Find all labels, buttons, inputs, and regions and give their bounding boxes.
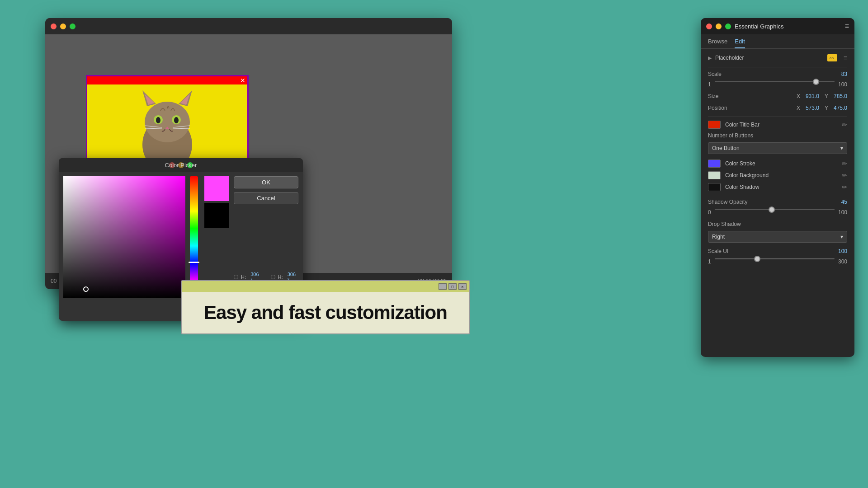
eg-shadow-opacity-section: Shadow Opacity 45 0 100 [708,199,847,216]
eg-scale-ui-row: Scale UI 100 [708,248,847,254]
eg-placeholder-icon: ab [827,54,837,61]
eg-scale-max: 100 [838,81,847,88]
eg-placeholder-label: Placeholder [715,55,824,61]
eg-shadow-opacity-max: 100 [838,209,847,216]
overlay-text: Easy and fast customization [204,302,447,324]
eg-color-stroke-edit[interactable]: ✏ [842,160,847,167]
eg-shadow-opacity-thumb [769,206,775,213]
eg-color-title-bar-swatch [708,121,721,129]
eg-size-label: Size [708,93,718,99]
minimize-traffic-light[interactable] [60,23,66,29]
frame-info: 00 [51,278,57,284]
eg-scale-ui-slider[interactable] [715,258,835,259]
eg-color-bg-row: Color Background ✏ [708,171,847,179]
cp-ok-button[interactable]: OK [234,176,298,188]
eg-drop-shadow-value: Right [712,234,725,240]
eg-body: ▶ Placeholder ab ≡ Scale 83 1 100 [701,49,854,352]
eg-scale-slider[interactable] [715,81,835,82]
eg-scale-ui-max: 300 [838,258,847,265]
cp-h1-label: H: [241,274,247,280]
cp-titlebar: Color Picker [59,158,303,172]
eg-menu-icon[interactable]: ≡ [845,22,849,30]
eg-color-bg-label: Color Background [725,172,837,178]
cp-preview-new [204,176,229,201]
eg-pos-x-value: 573.0 [806,105,819,111]
eg-shadow-opacity-min: 0 [708,209,711,216]
eg-close-light[interactable] [706,23,712,29]
eg-min-light[interactable] [716,23,722,29]
eg-pos-x-label: X [797,105,800,111]
maximize-traffic-light[interactable] [70,23,75,29]
eg-num-buttons-section: Number of Buttons One Button ▾ [708,132,847,154]
eg-tabs: Browse Edit [701,34,854,49]
eg-scale-ui-value: 100 [838,248,847,254]
eg-color-title-bar-edit[interactable]: ✏ [842,121,847,128]
svg-text:ab: ab [830,56,834,60]
eg-scale-label: Scale [708,71,722,77]
cp-gradient-cursor [83,286,89,292]
eg-drop-shadow-chevron: ▾ [840,234,843,240]
eg-color-shadow-swatch [708,183,721,191]
tab-edit[interactable]: Edit [735,38,745,48]
eg-scale-ui-section: Scale UI 100 1 300 [708,248,847,265]
eg-color-bg-edit[interactable]: ✏ [842,172,847,179]
svg-point-8 [156,117,160,123]
eg-position-label: Position [708,105,727,111]
eg-panel-title: Essential Graphics [735,23,841,30]
cp-cancel-button[interactable]: Cancel [234,192,298,204]
eg-scale-ui-label: Scale UI [708,248,728,254]
cp-title: Color Picker [165,162,197,169]
eg-position-section: Position X 573.0 Y 475.0 [708,105,847,111]
tab-browse[interactable]: Browse [708,38,727,48]
cp-hue-indicator [189,262,199,263]
eg-size-x-label: X [797,93,800,99]
eg-pos-y-label: Y [825,105,828,111]
eg-dropdown-chevron: ▾ [840,145,843,151]
main-window-titlebar [45,18,452,34]
eg-drop-shadow-section: Drop Shadow Right ▾ [708,221,847,243]
red-title-bar [87,76,247,84]
essential-graphics-panel: Essential Graphics ≡ Browse Edit ▶ Place… [701,18,854,357]
eg-pos-y-value: 475.0 [834,105,847,111]
overlay-minimize-btn[interactable]: _ [439,283,447,290]
eg-color-shadow-edit[interactable]: ✏ [842,183,847,191]
eg-color-title-bar-row: Color Title Bar ✏ [708,121,847,129]
eg-shadow-opacity-slider[interactable] [715,209,835,210]
eg-titlebar: Essential Graphics ≡ [701,18,854,34]
eg-shadow-opacity-value: 45 [841,199,847,205]
overlay-restore-btn[interactable]: □ [448,283,457,290]
cp-h2-label: H: [278,274,284,280]
eg-placeholder-menu[interactable]: ≡ [844,54,847,61]
cp-buttons: OK Cancel [234,176,298,204]
eg-size-y-value: 785.0 [834,93,847,99]
eg-color-stroke-row: Color Stroke ✏ [708,160,847,168]
divider-1 [708,67,847,67]
divider-2 [708,117,847,117]
eg-color-shadow-label: Color Shadow [725,184,837,190]
eg-placeholder-chevron: ▶ [708,55,712,61]
cp-gradient-area[interactable] [63,176,185,298]
eg-size-row: Size X 931.0 Y 785.0 [708,93,847,99]
eg-num-buttons-dropdown[interactable]: One Button ▾ [708,142,847,154]
eg-placeholder-row: ▶ Placeholder ab ≡ [708,54,847,61]
overlay-close-btn[interactable]: × [458,283,467,290]
close-x-icon[interactable]: ✕ [240,76,245,84]
eg-size-y-label: Y [825,93,828,99]
cp-h2-radio[interactable] [271,275,275,279]
divider-3 [708,195,847,195]
close-traffic-light[interactable] [51,23,57,29]
eg-scale-ui-thumb [754,256,760,262]
eg-drop-shadow-dropdown[interactable]: Right ▾ [708,231,847,243]
eg-max-light[interactable] [725,23,731,29]
eg-scale-ui-min: 1 [708,258,711,265]
cp-preview-old [204,203,229,228]
eg-color-stroke-swatch [708,160,721,168]
eg-num-buttons-label: Number of Buttons [708,132,753,139]
text-overlay-titlebar: _ □ × [182,281,469,292]
eg-shadow-opacity-row: Shadow Opacity 45 [708,199,847,205]
svg-point-9 [174,117,179,123]
eg-color-stroke-label: Color Stroke [725,160,837,167]
cp-h1-radio[interactable] [234,275,238,279]
eg-scale-section: Scale 83 1 100 [708,71,847,88]
eg-scale-row: Scale 83 [708,71,847,77]
